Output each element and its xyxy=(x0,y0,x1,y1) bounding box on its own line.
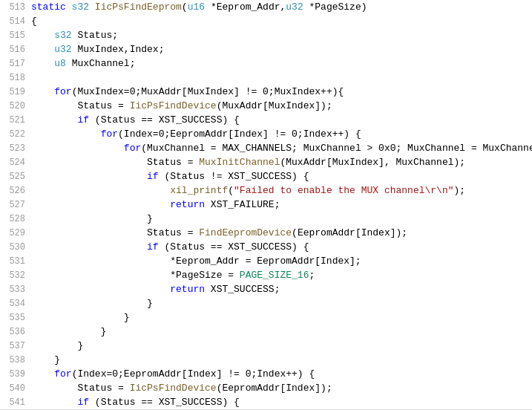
token-fn: xil_printf xyxy=(170,185,228,196)
code-line: 530 if (Status == XST_SUCCESS) { xyxy=(0,240,532,254)
token-plain: (Status == XST_SUCCESS) { xyxy=(159,241,309,253)
token-plain: (EepromAddr[Index]); xyxy=(292,227,407,238)
token-plain xyxy=(31,199,170,210)
token-macro: PAGE_SIZE_16 xyxy=(240,270,309,281)
line-content: Status = IicPsFindDevice(MuxAddr[MuxInde… xyxy=(31,100,332,111)
token-plain xyxy=(31,241,147,253)
token-type: s32 xyxy=(72,1,89,13)
code-line: 515 s32 Status; xyxy=(0,28,532,42)
line-content: u8 MuxChannel; xyxy=(31,58,135,69)
code-line: 524 Status = MuxInitChannel(MuxAddr[MuxI… xyxy=(0,155,532,169)
line-content: } xyxy=(31,312,130,323)
line-number: 536 xyxy=(0,327,31,337)
token-plain: { xyxy=(31,16,37,27)
token-plain: ( xyxy=(228,185,234,196)
token-plain xyxy=(31,86,54,97)
line-content: *PageSize = PAGE_SIZE_16; xyxy=(31,270,315,281)
code-editor: 513static s32 IicPsFindEeprom(u16 *Eepro… xyxy=(0,0,532,410)
line-number: 524 xyxy=(0,157,31,168)
code-line: 533 return XST_SUCCESS; xyxy=(0,282,532,296)
line-number: 518 xyxy=(0,73,31,83)
token-kw: return xyxy=(170,199,205,210)
code-line: 521 if (Status == XST_SUCCESS) { xyxy=(0,113,532,127)
token-plain: XST_FAILURE; xyxy=(205,199,280,210)
token-plain: (Status != XST_SUCCESS) { xyxy=(159,171,309,182)
token-str: "Failed to enable the MUX channel\r\n" xyxy=(234,185,453,196)
token-plain: (MuxAddr[MuxIndex]); xyxy=(217,100,332,111)
line-content: u32 MuxIndex,Index; xyxy=(31,44,164,55)
token-type: u32 xyxy=(54,44,71,55)
token-kw: for xyxy=(124,143,141,154)
code-line: 527 return XST_FAILURE; xyxy=(0,198,532,212)
line-number: 514 xyxy=(0,16,31,27)
token-plain: Status; xyxy=(72,30,118,41)
line-number: 519 xyxy=(0,87,31,97)
token-fn: IicPsFindEeprom xyxy=(95,1,182,13)
token-plain xyxy=(31,171,147,182)
line-number: 516 xyxy=(0,45,31,55)
code-line: 523 for(MuxChannel = MAX_CHANNELS; MuxCh… xyxy=(0,141,532,155)
code-line: 517 u8 MuxChannel; xyxy=(0,56,532,71)
line-number: 526 xyxy=(0,186,31,196)
token-plain xyxy=(31,284,170,295)
token-plain: } xyxy=(31,326,106,337)
code-line: 536 } xyxy=(0,325,532,339)
line-content: } xyxy=(31,354,60,365)
line-content: for(MuxIndex=0;MuxAddr[MuxIndex] != 0;Mu… xyxy=(31,86,344,97)
token-plain: (MuxChannel = MAX_CHANNELS; MuxChannel >… xyxy=(141,143,532,154)
token-type: u32 xyxy=(286,1,303,13)
token-fn: FindEepromDevice xyxy=(199,227,292,238)
line-content: for(MuxChannel = MAX_CHANNELS; MuxChanne… xyxy=(31,143,532,154)
code-line: 518 xyxy=(0,71,532,85)
token-plain: (EepromAddr[Index]); xyxy=(217,383,332,394)
token-kw: if xyxy=(77,397,89,408)
token-plain: *PageSize) xyxy=(303,1,367,13)
line-content: for(Index=0;EepromAddr[Index] != 0;Index… xyxy=(31,128,361,140)
code-line: 516 u32 MuxIndex,Index; xyxy=(0,42,532,56)
code-line: 519 for(MuxIndex=0;MuxAddr[MuxIndex] != … xyxy=(0,85,532,99)
code-line: 541 if (Status == XST_SUCCESS) { xyxy=(0,395,532,409)
line-number: 538 xyxy=(0,355,31,365)
token-plain: Status = xyxy=(31,227,199,238)
token-plain xyxy=(31,44,54,55)
line-content: for(Index=0;EepromAddr[Index] != 0;Index… xyxy=(31,368,315,380)
code-line: 528 } xyxy=(0,212,532,226)
token-plain: *PageSize = xyxy=(31,270,240,281)
token-plain: MuxChannel; xyxy=(66,58,136,69)
token-kw: if xyxy=(147,171,159,182)
code-line: 525 if (Status != XST_SUCCESS) { xyxy=(0,169,532,183)
token-type: s32 xyxy=(54,30,71,41)
token-plain: XST_SUCCESS; xyxy=(205,284,280,295)
token-plain xyxy=(31,397,77,408)
code-line: 538 } xyxy=(0,353,532,367)
line-content: static s32 IicPsFindEeprom(u16 *Eeprom_A… xyxy=(31,1,367,13)
line-content: } xyxy=(31,213,153,224)
code-line: 539 for(Index=0;EepromAddr[Index] != 0;I… xyxy=(0,367,532,381)
token-plain: (Index=0;EepromAddr[Index] != 0;Index++)… xyxy=(118,128,361,140)
line-number: 521 xyxy=(0,115,31,126)
token-plain: Status = xyxy=(31,157,199,168)
token-plain xyxy=(31,30,54,41)
line-content: { xyxy=(31,16,37,27)
token-plain xyxy=(31,58,54,69)
token-plain: ; xyxy=(309,270,315,281)
token-plain: } xyxy=(31,340,83,351)
token-kw: for xyxy=(101,128,118,140)
line-content: Status = IicPsFindDevice(EepromAddr[Inde… xyxy=(31,383,332,394)
line-number: 515 xyxy=(0,30,31,41)
token-plain xyxy=(31,368,54,380)
line-content: Status = MuxInitChannel(MuxAddr[MuxIndex… xyxy=(31,157,465,168)
line-number: 532 xyxy=(0,270,31,281)
line-content: return XST_SUCCESS; xyxy=(31,284,280,295)
code-line: 534 } xyxy=(0,296,532,310)
line-content: s32 Status; xyxy=(31,30,118,41)
line-number: 520 xyxy=(0,101,31,111)
line-number: 513 xyxy=(0,2,31,13)
token-plain: (MuxAddr[MuxIndex], MuxChannel); xyxy=(280,157,465,168)
line-number: 539 xyxy=(0,369,31,380)
token-plain: *Eeprom_Addr, xyxy=(205,1,286,13)
code-line: 531 *Eeprom_Addr = EepromAddr[Index]; xyxy=(0,254,532,268)
token-type: u16 xyxy=(188,1,205,13)
line-content: Status = FindEepromDevice(EepromAddr[Ind… xyxy=(31,227,407,238)
token-kw: if xyxy=(77,114,89,126)
